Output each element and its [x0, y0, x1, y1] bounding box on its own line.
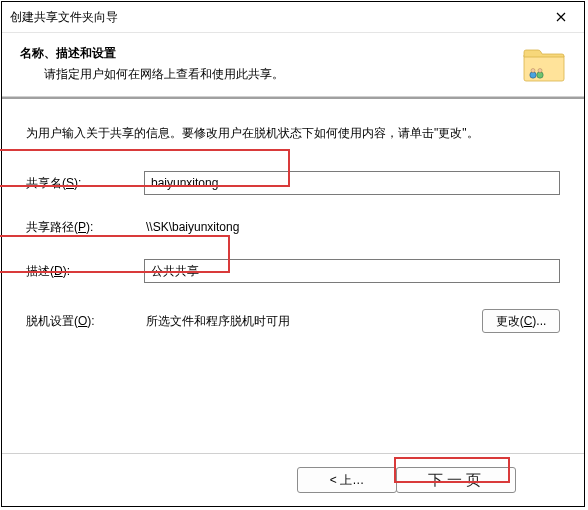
svg-point-1	[537, 72, 543, 78]
close-icon	[556, 10, 566, 25]
window-title: 创建共享文件夹向导	[10, 9, 118, 26]
field-description	[144, 259, 560, 283]
row-offline: 脱机设置(O): 所选文件和程序脱机时可用 更改(C)...	[26, 308, 560, 334]
row-share-name: 共享名(S):	[26, 170, 560, 196]
change-button[interactable]: 更改(C)...	[482, 309, 560, 333]
wizard-footer: < 上… 下一页	[2, 453, 584, 506]
row-share-path: 共享路径(P): \\SK\baiyunxitong	[26, 214, 560, 240]
intro-text: 为用户输入关于共享的信息。要修改用户在脱机状态下如何使用内容，请单击"更改"。	[26, 125, 560, 142]
back-button[interactable]: < 上…	[297, 467, 397, 493]
field-share-name	[144, 171, 560, 195]
shared-folder-icon	[522, 45, 566, 86]
wizard-body: 为用户输入关于共享的信息。要修改用户在脱机状态下如何使用内容，请单击"更改"。 …	[2, 99, 584, 453]
next-button[interactable]: 下一页	[396, 467, 516, 493]
svg-point-0	[530, 72, 536, 78]
close-button[interactable]	[538, 2, 584, 32]
offline-value: 所选文件和程序脱机时可用	[144, 309, 482, 334]
wizard-window: 创建共享文件夹向导 名称、描述和设置 请指定用户如何在网络上查看和使用此共享。	[1, 1, 585, 507]
svg-point-3	[538, 69, 542, 73]
share-path-value: \\SK\baiyunxitong	[144, 216, 560, 238]
field-share-path: \\SK\baiyunxitong	[144, 216, 560, 238]
svg-point-2	[531, 69, 535, 73]
header-subtext: 请指定用户如何在网络上查看和使用此共享。	[20, 66, 284, 83]
label-share-path: 共享路径(P):	[26, 219, 144, 236]
field-offline: 所选文件和程序脱机时可用 更改(C)...	[144, 309, 560, 334]
titlebar: 创建共享文件夹向导	[2, 2, 584, 33]
row-description: 描述(D):	[26, 258, 560, 284]
label-description: 描述(D):	[26, 263, 144, 280]
label-share-name: 共享名(S):	[26, 175, 144, 192]
header-heading: 名称、描述和设置	[20, 45, 284, 62]
label-offline: 脱机设置(O):	[26, 313, 144, 330]
description-input[interactable]	[144, 259, 560, 283]
share-name-input[interactable]	[144, 171, 560, 195]
wizard-header: 名称、描述和设置 请指定用户如何在网络上查看和使用此共享。	[2, 33, 584, 97]
